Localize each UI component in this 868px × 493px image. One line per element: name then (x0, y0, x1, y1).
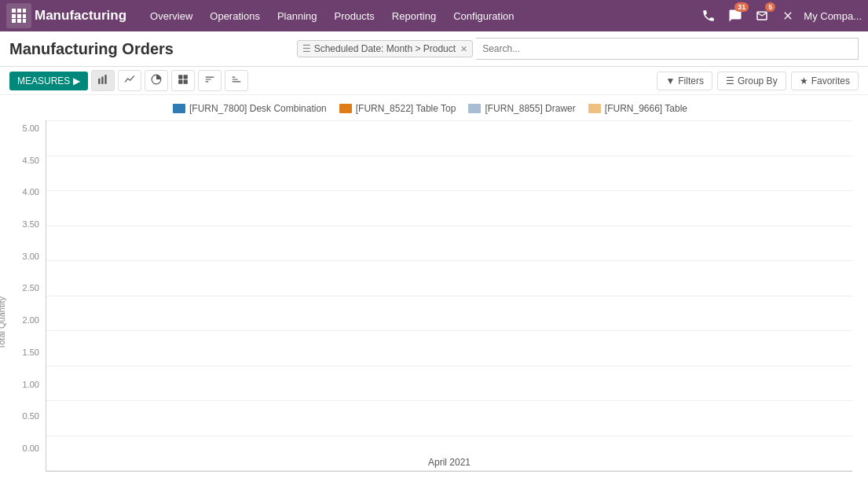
filter-bar: ☰ Scheduled Date: Month > Product ✕ (297, 38, 859, 60)
measures-button[interactable]: MEASURES ▶ (9, 72, 88, 90)
svg-rect-11 (105, 75, 107, 84)
svg-rect-9 (99, 79, 101, 84)
top-nav: Manufacturing Overview Operations Planni… (0, 0, 868, 31)
pivot-button[interactable] (171, 70, 195, 91)
y-tick-1: 4.50 (23, 156, 39, 165)
nav-configuration[interactable]: Configuration (445, 6, 522, 27)
chat-icon[interactable]: 31 (725, 6, 745, 26)
svg-rect-13 (179, 75, 183, 79)
nav-menu: Overview Operations Planning Products Re… (142, 6, 695, 27)
y-tick-4: 3.00 (23, 252, 39, 261)
measures-chevron: ▶ (73, 75, 80, 86)
svg-rect-6 (12, 19, 16, 23)
legend-label-0: [FURN_7800] Desk Combination (189, 103, 327, 114)
nav-operations[interactable]: Operations (202, 6, 268, 27)
y-tick-5: 2.50 (23, 283, 39, 292)
svg-rect-5 (23, 14, 26, 18)
legend-label-2: [FURN_8855] Drawer (485, 103, 575, 114)
legend-label-3: [FURN_9666] Table (605, 103, 687, 114)
y-tick-0: 5.00 (23, 123, 39, 133)
filter-pill-close[interactable]: ✕ (460, 44, 467, 54)
nav-reporting[interactable]: Reporting (384, 6, 444, 27)
svg-rect-1 (17, 9, 21, 13)
legend-label-1: [FURN_8522] Table Top (356, 103, 456, 114)
y-axis-title: Total Quantity (0, 296, 6, 349)
toolbar: MEASURES ▶ ▼ Filters ☰ Group By ★ Favori… (0, 67, 868, 95)
svg-rect-8 (23, 19, 26, 23)
chart-legend: [FURN_7800] Desk Combination [FURN_8522]… (8, 103, 852, 114)
bars-container (46, 120, 852, 452)
msg-badge: 5 (765, 2, 775, 12)
legend-item-1: [FURN_8522] Table Top (339, 103, 456, 114)
favorites-button[interactable]: ★ Favorites (791, 72, 859, 90)
legend-item-2: [FURN_8855] Drawer (468, 103, 575, 114)
company-name: My Compa... (804, 10, 862, 22)
svg-rect-3 (12, 14, 16, 18)
y-tick-10: 0.00 (23, 443, 39, 453)
nav-right: 31 5 My Compa... (698, 6, 862, 26)
close-icon[interactable] (778, 6, 797, 25)
pie-chart-button[interactable] (145, 70, 168, 91)
y-axis: 5.00 4.50 4.00 3.50 3.00 2.50 2.00 1.50 … (8, 120, 46, 472)
search-input[interactable] (476, 38, 859, 60)
filters-button[interactable]: ▼ Filters (657, 72, 712, 90)
legend-color-2 (468, 104, 481, 113)
nav-planning[interactable]: Planning (269, 6, 325, 27)
filters-icon: ▼ (665, 75, 675, 86)
chart-area: [FURN_7800] Desk Combination [FURN_8522]… (0, 95, 868, 480)
star-icon: ★ (800, 75, 808, 86)
grid-icon[interactable] (6, 3, 31, 28)
svg-rect-14 (184, 75, 188, 79)
y-tick-9: 0.50 (23, 411, 39, 421)
sub-header: Manufacturing Orders ☰ Scheduled Date: M… (0, 31, 868, 67)
chart-main: Total Quantity 5.00 4.50 4.00 3.50 3.00 … (8, 120, 852, 472)
sort-desc-button[interactable] (225, 70, 248, 91)
group-by-label: Group By (738, 75, 778, 86)
toolbar-right: ▼ Filters ☰ Group By ★ Favorites (657, 72, 859, 90)
favorites-label: Favorites (811, 75, 850, 86)
x-axis-label: April 2021 (46, 457, 852, 468)
y-tick-8: 1.00 (23, 380, 39, 389)
legend-color-1 (339, 104, 352, 113)
nav-overview[interactable]: Overview (142, 6, 200, 27)
app-title: Manufacturing (35, 8, 126, 24)
y-tick-2: 4.00 (23, 187, 39, 197)
y-tick-6: 2.00 (23, 315, 39, 325)
nav-products[interactable]: Products (327, 6, 383, 27)
svg-rect-15 (179, 80, 183, 84)
filter-pill-icon: ☰ (302, 43, 311, 54)
svg-rect-0 (12, 9, 16, 13)
svg-rect-4 (17, 14, 21, 18)
filter-pill-label: Scheduled Date: Month > Product (314, 43, 456, 54)
legend-color-0 (173, 104, 185, 113)
svg-rect-10 (102, 77, 104, 84)
message-icon[interactable]: 5 (752, 6, 772, 26)
svg-rect-7 (17, 19, 21, 23)
legend-item-3: [FURN_9666] Table (588, 103, 687, 114)
legend-color-3 (588, 104, 601, 113)
group-by-icon: ☰ (726, 75, 734, 86)
bar-chart-button[interactable] (91, 70, 115, 91)
sort-asc-button[interactable] (198, 70, 222, 91)
legend-item-0: [FURN_7800] Desk Combination (173, 103, 327, 114)
page-title: Manufacturing Orders (9, 40, 291, 58)
filter-pill: ☰ Scheduled Date: Month > Product ✕ (297, 40, 473, 57)
chart-plot: April 2021 (46, 120, 852, 472)
group-by-button[interactable]: ☰ Group By (717, 72, 786, 90)
svg-rect-2 (23, 9, 26, 13)
measures-label: MEASURES (17, 75, 70, 86)
phone-icon[interactable] (698, 6, 719, 26)
svg-rect-16 (184, 80, 188, 84)
y-tick-7: 1.50 (23, 348, 39, 357)
line-chart-button[interactable] (118, 70, 141, 91)
filters-label: Filters (678, 75, 704, 86)
chat-badge: 31 (734, 2, 749, 12)
y-tick-3: 3.50 (23, 219, 39, 229)
grid-line-10 (46, 470, 852, 471)
